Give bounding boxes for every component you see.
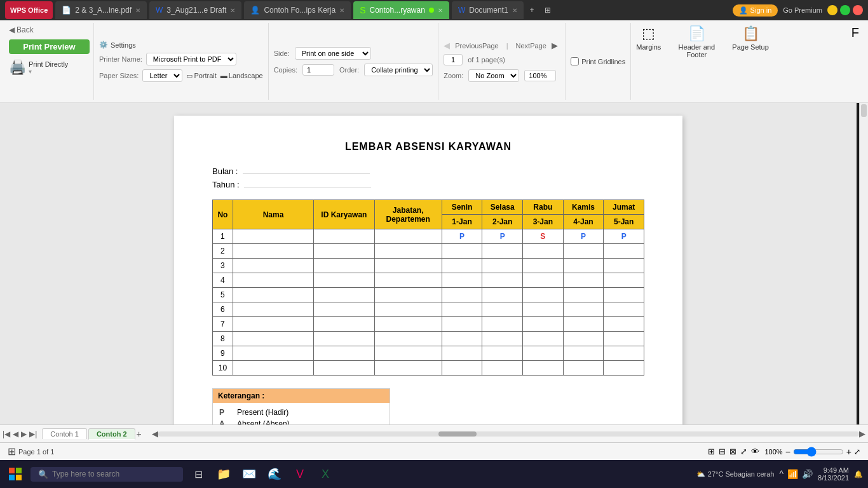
- back-arrow-icon: ◀: [9, 25, 15, 34]
- bottom-scrollbar[interactable]: ◀ ▶: [152, 429, 865, 438]
- tahun-field: Tahun :: [212, 179, 644, 189]
- taskbar-vivaldi[interactable]: V: [290, 464, 310, 484]
- taskbar-mail[interactable]: ✉️: [239, 464, 259, 484]
- th-jumat: Jumat: [604, 200, 644, 215]
- tab-wps[interactable]: WPS Office: [5, 1, 53, 19]
- close-button[interactable]: [853, 5, 863, 15]
- zoom-value-label: 100%: [764, 448, 782, 456]
- zoom-select[interactable]: No Zoom: [468, 69, 519, 82]
- minimize-button[interactable]: [827, 5, 837, 15]
- landscape-label: Landscape: [229, 72, 263, 79]
- view-layout-btn[interactable]: ⊟: [719, 447, 726, 456]
- prev-page-button[interactable]: ◀: [444, 41, 450, 50]
- add-sheet-button[interactable]: +: [137, 429, 142, 439]
- table-row: 1 P P S P P: [213, 229, 644, 244]
- maximize-button[interactable]: [840, 5, 850, 15]
- premium-button[interactable]: Go Premium: [783, 6, 822, 14]
- scrollbar-thumb-top[interactable]: [861, 104, 867, 117]
- h-scrollbar-track[interactable]: [158, 431, 859, 437]
- tab-close-ryawan[interactable]: ✕: [438, 7, 443, 14]
- tab-close-fo[interactable]: ✕: [339, 7, 344, 14]
- print-options-section: Side: Print on one side Copies: Order: C…: [269, 23, 438, 100]
- print-gridlines-checkbox[interactable]: [571, 57, 579, 65]
- h-scrollbar-thumb[interactable]: [438, 431, 477, 437]
- order-select[interactable]: Collate printing: [364, 64, 433, 76]
- scroll-right-btn[interactable]: ▶: [859, 429, 865, 438]
- portrait-button[interactable]: ▭ Portrait: [186, 72, 216, 80]
- table-row: 8: [213, 332, 644, 346]
- tab-draft[interactable]: W 3_Aug21...e Draft ✕: [149, 1, 241, 19]
- first-sheet-btn[interactable]: |◀: [3, 430, 10, 438]
- print-gridlines-label[interactable]: Print Gridlines: [571, 57, 625, 65]
- copies-input[interactable]: [302, 64, 334, 76]
- toolbar: ◀ Back Print Preview 🖨️ Print Directly ▾…: [0, 20, 868, 103]
- notification-icon[interactable]: 🔔: [854, 470, 863, 478]
- paper-size-select[interactable]: Letter: [142, 69, 182, 82]
- side-select[interactable]: Print on one side: [295, 47, 371, 60]
- taskbar-file-explorer[interactable]: 📁: [214, 464, 234, 484]
- tab-bar: WPS Office 📄 2 & 3_A...ine.pdf ✕ W 3_Aug…: [5, 1, 555, 19]
- next-page-button[interactable]: ▶: [552, 41, 558, 50]
- tab-list-btn[interactable]: ⊞: [541, 1, 555, 19]
- tab-close-draft[interactable]: ✕: [230, 7, 235, 14]
- tab-doc1[interactable]: W Document1 ✕: [452, 1, 524, 19]
- th-senin: Senin: [442, 200, 482, 215]
- view-zoom-btn[interactable]: 👁: [751, 447, 759, 456]
- tab-pdf[interactable]: 📄 2 & 3_A...ine.pdf ✕: [55, 1, 147, 19]
- taskbar-task-view[interactable]: ⊟: [188, 464, 208, 484]
- svg-rect-0: [9, 468, 15, 473]
- view-fullscreen-btn[interactable]: ⤢: [740, 447, 747, 456]
- zoom-in-btn[interactable]: +: [846, 447, 851, 457]
- zoom-slider[interactable]: [793, 447, 844, 457]
- wifi-icon[interactable]: 📶: [787, 469, 798, 479]
- print-preview-button[interactable]: Print Preview: [9, 39, 90, 54]
- sign-in-button[interactable]: 👤 Sign in: [733, 4, 778, 17]
- document-preview: LEMBAR ABSENSI KARYAWAN Bulan : Tahun : …: [174, 116, 682, 424]
- zoom-input[interactable]: [524, 70, 556, 81]
- settings-button[interactable]: ⚙️ Settings: [99, 41, 263, 49]
- printer-name-select[interactable]: Microsoft Print to PDF: [146, 53, 236, 65]
- tab-close-doc1[interactable]: ✕: [512, 7, 517, 14]
- tab-fo[interactable]: 👤 Contoh Fo...ips Kerja ✕: [244, 1, 351, 19]
- cell-no-4: 4: [213, 273, 233, 288]
- tab-close-pdf[interactable]: ✕: [135, 7, 140, 14]
- back-button[interactable]: ◀ Back: [9, 25, 90, 34]
- header-footer-section[interactable]: 📄 Header and Footer: [666, 23, 727, 100]
- view-normal-btn[interactable]: ⊞: [708, 447, 715, 456]
- prev-sheet-btn[interactable]: ◀: [13, 430, 18, 438]
- chevron-up-icon[interactable]: ^: [779, 469, 783, 479]
- title-bar-right: 👤 Sign in Go Premium: [733, 4, 863, 17]
- right-scrollbar[interactable]: [859, 103, 868, 424]
- sheet-tab-1[interactable]: Contoh 1: [42, 428, 87, 439]
- landscape-button[interactable]: ▬ Landscape: [220, 72, 263, 79]
- zoom-out-btn[interactable]: −: [785, 447, 790, 457]
- weather-text: 27°C Sebagian cerah: [708, 470, 775, 478]
- legend-content: P Present (Hadir) A Absent (Absen) S Sak…: [213, 403, 390, 424]
- print-directly-label[interactable]: Print Directly: [29, 60, 68, 68]
- speaker-icon[interactable]: 🔊: [802, 469, 813, 479]
- paper-size-row: Paper Sizes: Letter ▭ Portrait ▬ Landsca…: [99, 69, 263, 82]
- tab-label-ryawan: Contoh...ryawan: [370, 6, 425, 15]
- last-sheet-btn[interactable]: ▶|: [29, 430, 37, 438]
- page-setup-section[interactable]: 📋 Page Setup: [727, 23, 774, 100]
- view-page-btn[interactable]: ⊠: [729, 447, 736, 456]
- next-sheet-btn[interactable]: ▶: [21, 430, 27, 438]
- tab-ryawan[interactable]: S Contoh...ryawan ✕: [353, 1, 449, 19]
- taskbar-edge[interactable]: 🌊: [264, 464, 285, 484]
- scroll-left-btn[interactable]: ◀: [152, 429, 158, 438]
- margins-section[interactable]: ⬚ Margins: [631, 23, 666, 100]
- page-setup-icon: 📋: [742, 25, 759, 42]
- zoom-fit-btn[interactable]: ⤢: [854, 447, 860, 456]
- new-tab-btn[interactable]: +: [526, 1, 538, 19]
- search-bar[interactable]: 🔍 Type here to search: [31, 467, 183, 482]
- weather-icon: ⛅: [696, 470, 705, 478]
- copies-label: Copies:: [274, 66, 297, 74]
- extra-toolbar-btn[interactable]: F: [848, 23, 863, 100]
- taskbar-excel[interactable]: X: [315, 464, 336, 484]
- start-button[interactable]: [5, 464, 25, 484]
- taskbar-clock[interactable]: 9:49 AM 8/13/2021: [818, 466, 849, 482]
- page-number-input[interactable]: [444, 54, 463, 65]
- sheet-tab-2[interactable]: Contoh 2: [88, 428, 135, 440]
- print-directly-arrow[interactable]: ▾: [29, 68, 32, 75]
- page-nav-row: ◀ PreviousPage | NextPage ▶: [444, 41, 560, 50]
